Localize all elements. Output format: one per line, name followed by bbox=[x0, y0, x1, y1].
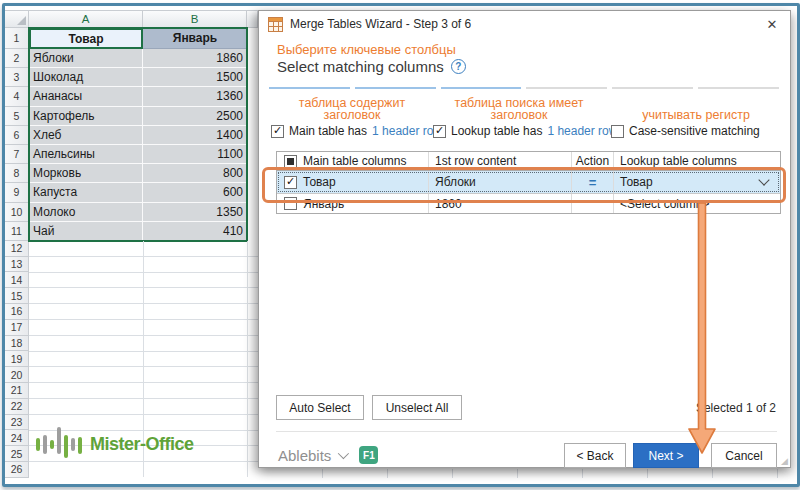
cell[interactable]: Морковь bbox=[29, 164, 143, 183]
row-header-25[interactable]: 25 bbox=[4, 446, 29, 462]
main-header-label: Main table has bbox=[289, 124, 367, 138]
help-icon[interactable]: ? bbox=[451, 59, 466, 74]
cell[interactable]: Апельсины bbox=[29, 145, 143, 164]
sheet-row: Ананасы1360 bbox=[29, 87, 247, 106]
row-header-22[interactable]: 22 bbox=[4, 399, 29, 415]
row-header-20[interactable]: 20 bbox=[4, 367, 29, 383]
header-main-columns: Main table columns bbox=[303, 154, 406, 168]
row-header-11[interactable]: 11 bbox=[4, 222, 29, 241]
resize-grip[interactable]: ◢ bbox=[781, 456, 788, 466]
annotation-lookup-header: таблица поиска имеет заголовок bbox=[433, 95, 605, 121]
logo-bar bbox=[36, 438, 40, 451]
progress-segment bbox=[269, 87, 350, 89]
cell[interactable]: Молоко bbox=[29, 203, 143, 222]
cell[interactable]: 600 bbox=[143, 183, 247, 202]
unselect-all-button[interactable]: Unselect All bbox=[372, 395, 462, 420]
sheet-row: Хлеб1400 bbox=[29, 126, 247, 145]
case-sensitive-checkbox[interactable] bbox=[611, 125, 624, 138]
row-january-firstrow: 1860 bbox=[429, 194, 572, 213]
main-header-checkbox[interactable] bbox=[271, 125, 284, 138]
cell[interactable]: Хлеб bbox=[29, 126, 143, 145]
row-header-14[interactable]: 14 bbox=[4, 272, 29, 288]
lookup-header-checkbox[interactable] bbox=[433, 125, 446, 138]
row-header-26[interactable]: 26 bbox=[4, 462, 29, 478]
sheet-data-rows: Яблоки1860Шоколад1500Ананасы1360Картофел… bbox=[29, 49, 247, 241]
columns-table-header: Main table columns 1st row content Actio… bbox=[277, 152, 780, 171]
table-row-january[interactable]: Январь 1860 <Select column> bbox=[277, 193, 780, 213]
row-header-7[interactable]: 7 bbox=[4, 145, 29, 164]
cell[interactable]: Картофель bbox=[29, 107, 143, 126]
chevron-down-icon bbox=[338, 448, 349, 459]
row-header-9[interactable]: 9 bbox=[4, 183, 29, 202]
ablebits-label: Ablebits bbox=[278, 447, 331, 464]
option-main-header: таблица содержит заголовок Main table ha… bbox=[271, 95, 433, 138]
row-header-5[interactable]: 5 bbox=[4, 107, 29, 126]
chevron-down-icon[interactable] bbox=[758, 174, 769, 185]
cell[interactable]: Чай bbox=[29, 222, 143, 241]
row-header-4[interactable]: 4 bbox=[4, 87, 29, 106]
select-all-columns-checkbox[interactable] bbox=[284, 155, 297, 168]
cell[interactable]: Яблоки bbox=[29, 49, 143, 68]
row-header-12[interactable]: 12 bbox=[4, 241, 29, 257]
logo-text: Mister-Office bbox=[90, 434, 194, 455]
row-header-15[interactable]: 15 bbox=[4, 288, 29, 304]
cell[interactable]: 1100 bbox=[143, 145, 247, 164]
equals-action: = bbox=[572, 171, 614, 193]
column-header-a[interactable]: A bbox=[29, 10, 143, 28]
heading-english-text: Select matching columns bbox=[277, 58, 444, 75]
f1-help-badge[interactable]: F1 bbox=[359, 446, 378, 464]
column-header-b[interactable]: B bbox=[143, 10, 247, 28]
cell[interactable]: 2500 bbox=[143, 107, 247, 126]
row-header-2[interactable]: 2 bbox=[4, 49, 29, 68]
cell[interactable]: 1360 bbox=[143, 87, 247, 106]
row-header-6[interactable]: 6 bbox=[4, 126, 29, 145]
row-tovar-lookup: Товар bbox=[620, 175, 653, 189]
cell[interactable]: 410 bbox=[143, 222, 247, 241]
progress-segment bbox=[698, 87, 779, 89]
logo-bar bbox=[43, 435, 47, 454]
row-january-checkbox[interactable] bbox=[284, 197, 297, 210]
row-tovar-checkbox[interactable] bbox=[284, 176, 297, 189]
table-row-tovar[interactable]: Товар Яблоки = Товар bbox=[277, 171, 780, 193]
row-header-8[interactable]: 8 bbox=[4, 164, 29, 183]
cell[interactable]: Ананасы bbox=[29, 87, 143, 106]
columns-match-table: Main table columns 1st row content Actio… bbox=[276, 151, 781, 214]
row-header-3[interactable]: 3 bbox=[4, 68, 29, 87]
select-all-corner[interactable] bbox=[4, 10, 29, 28]
progress-segment bbox=[612, 87, 693, 89]
row-header-1[interactable]: 1 bbox=[4, 28, 29, 49]
row-header-16[interactable]: 16 bbox=[4, 304, 29, 320]
ablebits-menu[interactable]: Ablebits F1 bbox=[278, 443, 378, 467]
row-header-24[interactable]: 24 bbox=[4, 430, 29, 446]
sheet-bottom-strip bbox=[258, 469, 792, 478]
cell[interactable]: 1860 bbox=[143, 49, 247, 68]
row-header-13[interactable]: 13 bbox=[4, 257, 29, 273]
cell[interactable]: Шоколад bbox=[29, 68, 143, 87]
close-icon[interactable]: ✕ bbox=[763, 15, 781, 33]
row-header-18[interactable]: 18 bbox=[4, 336, 29, 352]
cell[interactable]: 1350 bbox=[143, 203, 247, 222]
row-header-17[interactable]: 17 bbox=[4, 320, 29, 336]
cancel-button[interactable]: Cancel bbox=[711, 443, 777, 468]
sheet-row: Апельсины1100 bbox=[29, 145, 247, 164]
lookup-header-rows-link[interactable]: 1 header row bbox=[547, 124, 617, 138]
dialog-titlebar[interactable]: Merge Tables Wizard - Step 3 of 6 ✕ bbox=[259, 11, 790, 37]
row-header-10[interactable]: 10 bbox=[4, 203, 29, 222]
cell-b1[interactable]: Январь bbox=[143, 28, 247, 49]
cell[interactable]: Капуста bbox=[29, 183, 143, 202]
next-button[interactable]: Next > bbox=[633, 443, 699, 468]
header-first-row: 1st row content bbox=[429, 152, 572, 170]
row-header-21[interactable]: 21 bbox=[4, 383, 29, 399]
back-button[interactable]: < Back bbox=[564, 443, 626, 468]
cell[interactable]: 1400 bbox=[143, 126, 247, 145]
cell[interactable]: 800 bbox=[143, 164, 247, 183]
cell-a1-active[interactable]: Товар bbox=[29, 28, 143, 49]
sheet-row: Молоко1350 bbox=[29, 203, 247, 222]
main-header-rows-link[interactable]: 1 header row bbox=[372, 124, 442, 138]
row-header-19[interactable]: 19 bbox=[4, 351, 29, 367]
row-header-23[interactable]: 23 bbox=[4, 415, 29, 431]
row-tovar-firstrow: Яблоки bbox=[429, 171, 572, 193]
logo-bar bbox=[78, 437, 82, 454]
cell[interactable]: 1500 bbox=[143, 68, 247, 87]
auto-select-button[interactable]: Auto Select bbox=[276, 395, 364, 420]
